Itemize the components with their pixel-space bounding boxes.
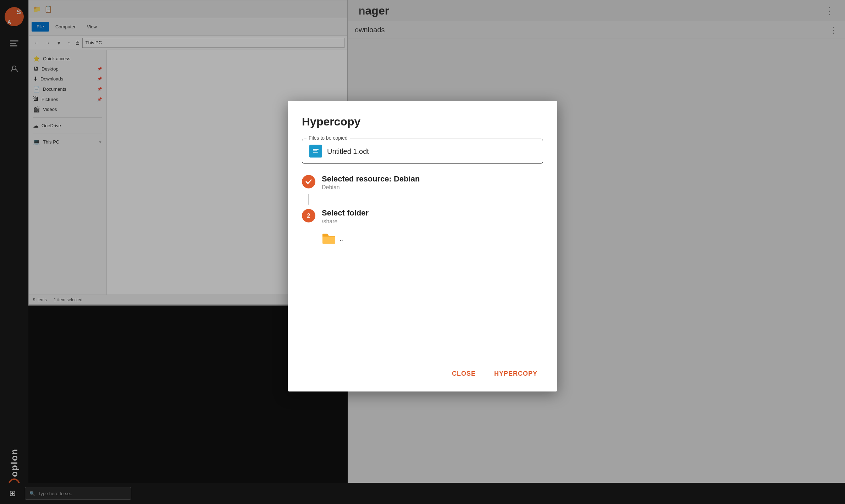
close-button[interactable]: CLOSE (446, 366, 481, 381)
step1-title: Selected resource: Debian (322, 174, 420, 184)
step2-title: Select folder (322, 208, 369, 218)
folder-row[interactable]: .. (322, 233, 543, 245)
folder-icon (322, 233, 336, 245)
svg-rect-5 (313, 149, 319, 150)
svg-rect-7 (313, 152, 318, 153)
step2-circle: 2 (302, 209, 315, 223)
hypercopy-button[interactable]: HYPERCOPY (488, 366, 543, 381)
svg-point-8 (324, 234, 326, 236)
step2-row: 2 Select folder /share (302, 208, 543, 225)
odt-file-icon (309, 145, 322, 158)
step2-content: Select folder /share (322, 208, 369, 225)
modal-footer: CLOSE HYPERCOPY (302, 356, 543, 381)
step2-subtitle: /share (322, 218, 369, 225)
step1-subtitle: Debian (322, 184, 420, 191)
files-legend: Files to be copied (306, 135, 350, 141)
file-entry: Untitled 1.odt (309, 145, 536, 158)
document-icon-svg (311, 146, 321, 156)
step1-row: Selected resource: Debian Debian (302, 174, 543, 191)
hypercopy-modal: Hypercopy Files to be copied Untitled 1.… (288, 101, 557, 392)
folder-svg (322, 233, 336, 245)
modal-spacer (302, 245, 543, 356)
checkmark-icon (305, 178, 313, 186)
svg-rect-6 (313, 151, 317, 151)
folder-dotdot-label: .. (339, 235, 343, 242)
step1-circle (302, 175, 315, 189)
step1-content: Selected resource: Debian Debian (322, 174, 420, 191)
file-name-label: Untitled 1.odt (327, 147, 369, 155)
files-fieldset: Files to be copied Untitled 1.odt (302, 139, 543, 164)
modal-title: Hypercopy (302, 115, 543, 128)
step-divider (308, 194, 309, 205)
